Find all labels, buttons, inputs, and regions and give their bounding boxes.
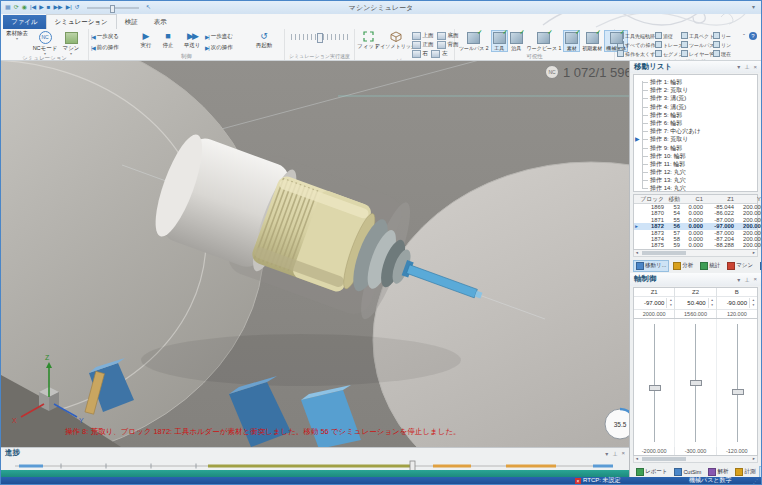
panel-close-icon[interactable]: × [753, 64, 757, 70]
nc-mode-button[interactable]: NC NCモード ▾ [31, 30, 59, 55]
scroll-right-icon[interactable]: ▸ [751, 456, 757, 461]
step-forward-icon: ▶| [205, 34, 209, 40]
axis-z2-slider[interactable] [674, 319, 715, 447]
step-back-button[interactable]: |◀一歩戻る [91, 32, 135, 41]
axis-z2-value-spinner[interactable]: 50.400 ▴▾ [675, 297, 715, 310]
tab-statistics[interactable]: 統計 [697, 260, 723, 272]
toggle-initial-stock[interactable]: 初期素材 [580, 30, 604, 52]
toggle-workpiece[interactable]: ワークピース 1 [525, 30, 564, 52]
tab-measure[interactable]: 計測 [732, 466, 758, 478]
resize-grip[interactable]: ⋰ [753, 478, 759, 484]
next-operation-button[interactable]: ▶|次の操作 [205, 43, 251, 52]
operation-item[interactable]: 操作 10: 輪郭 [634, 152, 757, 160]
tab-machine[interactable]: マシン [724, 260, 756, 272]
follow-option[interactable]: 追従 [655, 32, 681, 39]
operation-item[interactable]: 操作 6: 輪郭 [634, 119, 757, 127]
view-left-button[interactable]: 左 [431, 49, 448, 58]
tab-verify[interactable]: 検証 [117, 15, 146, 29]
simulation-speed-slider[interactable] [291, 34, 349, 40]
step-forward-button[interactable]: ▶|一歩進む [205, 32, 251, 41]
axis-z1-slider[interactable] [634, 319, 674, 447]
move-list-panel: 移動リスト ▾ ⊥ × 操作 1: 輪郭 操作 2: 荒取り 操作 3: 溝(荒… [630, 60, 761, 273]
tool-vector-option[interactable]: 工具ベクトル [681, 32, 713, 39]
tab-display[interactable]: 表示 [146, 15, 175, 29]
tab-simulation[interactable]: シミュレーション [46, 14, 117, 29]
operation-item[interactable]: 操作 14: 丸穴 [634, 184, 757, 192]
segment-option[interactable]: セグメント [655, 50, 681, 57]
viewport-3d[interactable]: Z X Y NC 1 072/1 596 操作 8: 荒取り、ブロック 1872… [1, 60, 629, 447]
axis-z1-value-spinner[interactable]: -97.000 ▴▾ [634, 297, 674, 310]
tab-simulation-panel[interactable]: シミュレ... [757, 260, 762, 272]
operation-item[interactable]: 操作 11: 輪郭 [634, 160, 757, 168]
tab-move-list[interactable]: 移動リ... [633, 260, 669, 272]
titlebar-chevron-icon[interactable]: ▾ [752, 3, 755, 10]
restart-button[interactable]: ↺再起動 [251, 30, 277, 49]
panel-menu-icon[interactable]: ▾ [605, 450, 608, 457]
axis-b-value-spinner[interactable]: -90.000 ▴▾ [717, 297, 757, 310]
view-front-button[interactable]: 正面 [412, 40, 434, 49]
lead-option[interactable]: リード [713, 32, 731, 39]
stop-button[interactable]: ■停止 [157, 30, 179, 49]
scrollbar-thumb[interactable] [642, 251, 686, 255]
ribbon-collapse-icon[interactable]: ˆ [743, 33, 745, 39]
table-row[interactable]: 1875590.000-88.288200.000 [634, 242, 757, 248]
panel-close-icon[interactable]: × [621, 450, 625, 456]
operation-item[interactable]: 操作 7: 中心穴あけ [634, 127, 757, 135]
spin-down-icon[interactable]: ▾ [667, 303, 674, 308]
panel-pin-icon[interactable]: ⊥ [612, 450, 617, 457]
table-horizontal-scrollbar[interactable]: ◂ ▸ [633, 250, 758, 257]
trace-option[interactable]: トレース [655, 41, 681, 48]
toggle-toolpath[interactable]: ツールパス 2 [457, 30, 491, 52]
nc-mode-icon: NC [39, 31, 52, 44]
operation-item[interactable]: 操作 1: 輪郭 [634, 78, 757, 86]
toggle-stock[interactable]: 素材 [563, 30, 580, 52]
scrollbar-thumb[interactable] [642, 457, 686, 461]
operation-item-current[interactable]: ▶操作 8: 荒取り [634, 135, 757, 143]
operation-item[interactable]: 操作 9: 輪郭 [634, 144, 757, 152]
axis-z2-slider-handle[interactable] [690, 380, 702, 386]
tab-report[interactable]: レポート [633, 466, 670, 478]
panel-menu-icon[interactable]: ▾ [737, 276, 740, 283]
simulation-speed-slider-handle[interactable] [317, 33, 323, 43]
operation-item[interactable]: 操作 13: 丸穴 [634, 176, 757, 184]
axis-name-z1: Z1 [634, 288, 674, 297]
run-button[interactable]: ▶実行 [135, 30, 157, 49]
toggle-fixture[interactable]: 治具 [508, 30, 525, 52]
toolpath-points-option[interactable]: ツールパス点 [681, 41, 713, 48]
scroll-right-icon[interactable]: ▸ [751, 250, 757, 255]
view-right-button[interactable]: 右 [412, 49, 429, 58]
prev-operation-button[interactable]: |◀前の操作 [91, 43, 135, 52]
axis-b-slider[interactable] [716, 319, 757, 447]
view-top-button[interactable]: 上面 [412, 31, 434, 40]
panel-pin-icon[interactable]: ⊥ [744, 276, 749, 283]
group-visibility: ツールパス 2 工具 治具 ワークピース 1 素材 初期素材 機械筐体 可視性 [455, 29, 615, 60]
panel-pin-icon[interactable]: ⊥ [744, 63, 749, 70]
fast-forward-button[interactable]: ▶▶早送り [179, 30, 205, 49]
panel-menu-icon[interactable]: ▾ [737, 63, 740, 70]
link-option[interactable]: リンク [713, 41, 731, 48]
axis-horizontal-scrollbar[interactable]: ◂ ▸ [633, 456, 758, 463]
current-layer-option[interactable]: 現在のレイヤー [713, 50, 731, 57]
spin-down-icon[interactable]: ▾ [709, 303, 716, 308]
operation-item[interactable]: 操作 2: 荒取り [634, 86, 757, 94]
help-icon[interactable]: ? [749, 32, 757, 40]
axis-b-slider-handle[interactable] [732, 389, 744, 395]
group-label-view: ビュー [357, 58, 452, 60]
axis-z1-slider-handle[interactable] [649, 385, 661, 391]
operation-item[interactable]: 操作 3: 溝(荒) [634, 94, 757, 102]
layer-manage-option[interactable]: レイヤー管理 ▾ [681, 50, 713, 57]
thicken-operation-option[interactable]: 操作を太くする [617, 50, 655, 57]
panel-close-icon[interactable]: × [753, 276, 757, 282]
operation-item[interactable]: 操作 4: 溝(荒) [634, 103, 757, 111]
machine-button[interactable]: マシン ▾ [59, 30, 83, 55]
isometric-view-button[interactable]: アイソメトリック [380, 30, 412, 49]
tab-analysis[interactable]: 分析 [670, 260, 696, 272]
spin-down-icon[interactable]: ▾ [750, 303, 757, 308]
material-removal-button[interactable]: 素材除去 ▾ [3, 30, 31, 40]
group-label-visibility: 可視性 [457, 53, 612, 60]
operation-item[interactable]: 操作 12: 丸穴 [634, 168, 757, 176]
stop-icon: ■ [165, 30, 170, 42]
operation-item[interactable]: 操作 5: 輪郭 [634, 111, 757, 119]
toggle-tool[interactable]: 工具 [491, 30, 508, 52]
tab-file[interactable]: ファイル [3, 15, 46, 29]
